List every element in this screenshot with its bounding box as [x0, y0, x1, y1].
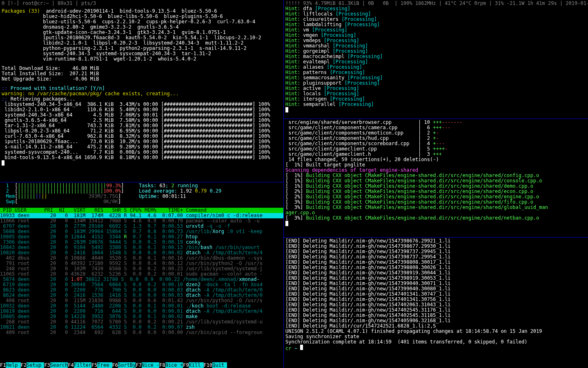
htop-pane[interactable]: 1 [||||||||||||||||||||||||||||||99.3%] … — [0, 182, 283, 368]
shell-host: cr — [285, 346, 294, 351]
pacman-pane[interactable]: 0 [!-] root@cr:~ | 89x31 | pts/3 Package… — [0, 0, 283, 182]
sync-complete: Synchronization complete at 18:14:59 (40… — [285, 339, 586, 345]
htop-fkeys[interactable]: F1Help F2Setup F3SearchF4FilterF5Tree F6… — [0, 363, 283, 368]
window-titlebar: 0 [!-] root@cr:~ | 89x31 | pts/3 — [2, 1, 282, 6]
hints-pane[interactable]: !!!!! 93% 4.79MiB 81.3KiB | 0B 0B | 100%… — [284, 0, 588, 119]
cursor[interactable] — [300, 345, 303, 350]
cursor — [285, 107, 288, 112]
build-line: [ 3%] Building CXX object CMakeFiles/eng… — [285, 205, 586, 210]
packages-header: Packages (33) — [2, 8, 40, 14]
shell-path: ~ — [294, 346, 297, 351]
retrieving-label: Retrieving packages... — [11, 96, 76, 102]
sync-pane[interactable]: [END] Deleting Maildir/.nim-gh/new/15473… — [284, 237, 588, 368]
hint-line: Hint: semparallel [Processing] — [285, 102, 586, 107]
cursor — [2, 160, 4, 166]
install-prompt[interactable]: Proceed with installation? [Y/n] — [11, 85, 105, 91]
package-line: vim-runtime-8.1.0751-1 wget-1.20.1-2 who… — [2, 56, 282, 62]
build-pane[interactable]: src/engine/shared/serverbrowser.cpp | 10… — [284, 119, 588, 237]
process-row[interactable]: 409 root 20 0 2344 692 628 S 0.0 0.0 0:0… — [0, 330, 283, 335]
cursor — [285, 221, 288, 226]
pacman-warning: warning: no /var/cache/pacman/pkg/ cache… — [2, 91, 178, 96]
download-row: bind-tools-9.13.5-4-x86_64 1650.9 KiB 8.… — [2, 155, 282, 160]
